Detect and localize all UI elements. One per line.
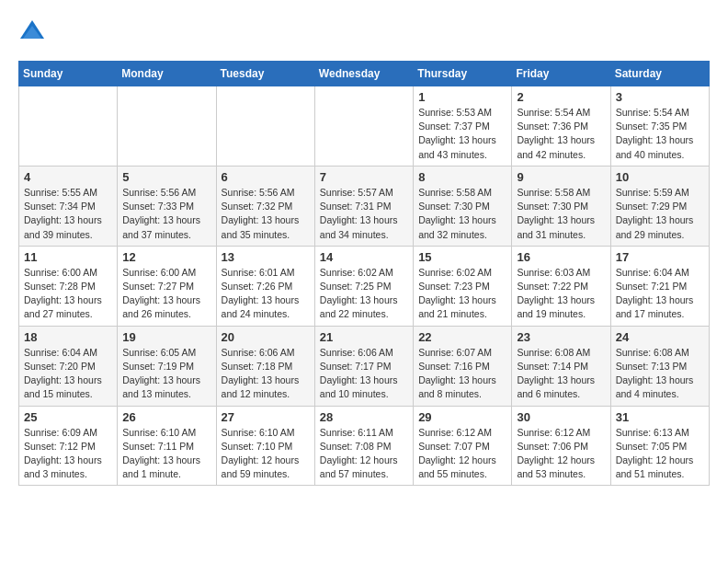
day-number: 31 (616, 410, 704, 424)
day-number: 7 (320, 170, 408, 184)
calendar-cell: 17Sunrise: 6:04 AMSunset: 7:21 PMDayligh… (610, 246, 709, 326)
day-detail: Sunrise: 6:02 AMSunset: 7:25 PMDaylight:… (320, 266, 408, 322)
day-number: 5 (122, 170, 210, 184)
day-number: 4 (24, 170, 112, 184)
day-detail: Sunrise: 6:04 AMSunset: 7:21 PMDaylight:… (616, 266, 704, 322)
day-detail: Sunrise: 6:03 AMSunset: 7:22 PMDaylight:… (517, 266, 605, 322)
day-number: 28 (320, 410, 408, 424)
day-detail: Sunrise: 5:57 AMSunset: 7:31 PMDaylight:… (320, 186, 408, 242)
weekday-header-saturday: Saturday (610, 62, 709, 86)
calendar-cell: 31Sunrise: 6:13 AMSunset: 7:05 PMDayligh… (610, 406, 709, 486)
day-detail: Sunrise: 5:54 AMSunset: 7:35 PMDaylight:… (616, 106, 704, 162)
calendar-cell: 18Sunrise: 6:04 AMSunset: 7:20 PMDayligh… (19, 326, 118, 406)
day-number: 6 (222, 170, 310, 184)
day-number: 9 (517, 170, 605, 184)
day-detail: Sunrise: 5:58 AMSunset: 7:30 PMDaylight:… (517, 186, 605, 242)
weekday-header-tuesday: Tuesday (216, 62, 314, 86)
calendar-cell: 23Sunrise: 6:08 AMSunset: 7:14 PMDayligh… (512, 326, 610, 406)
day-number: 1 (418, 90, 506, 104)
day-detail: Sunrise: 5:53 AMSunset: 7:37 PMDaylight:… (418, 106, 506, 162)
day-number: 19 (122, 330, 210, 344)
calendar-cell (216, 86, 314, 167)
day-detail: Sunrise: 5:58 AMSunset: 7:30 PMDaylight:… (418, 186, 506, 242)
day-detail: Sunrise: 6:06 AMSunset: 7:17 PMDaylight:… (320, 346, 408, 402)
day-number: 12 (122, 250, 210, 264)
day-number: 26 (122, 410, 210, 424)
calendar-cell: 16Sunrise: 6:03 AMSunset: 7:22 PMDayligh… (512, 246, 610, 326)
week-row-3: 18Sunrise: 6:04 AMSunset: 7:20 PMDayligh… (19, 326, 710, 406)
day-detail: Sunrise: 6:00 AMSunset: 7:28 PMDaylight:… (24, 266, 112, 322)
day-number: 20 (222, 330, 310, 344)
weekday-header-wednesday: Wednesday (314, 62, 413, 86)
day-number: 10 (616, 170, 704, 184)
weekday-header-sunday: Sunday (19, 62, 118, 86)
weekday-header-friday: Friday (512, 62, 610, 86)
calendar-cell: 21Sunrise: 6:06 AMSunset: 7:17 PMDayligh… (314, 326, 413, 406)
day-detail: Sunrise: 6:02 AMSunset: 7:23 PMDaylight:… (418, 266, 506, 322)
day-number: 13 (222, 250, 310, 264)
day-number: 11 (24, 250, 112, 264)
calendar-cell: 25Sunrise: 6:09 AMSunset: 7:12 PMDayligh… (19, 406, 118, 486)
day-number: 2 (517, 90, 605, 104)
calendar-table: SundayMondayTuesdayWednesdayThursdayFrid… (18, 61, 710, 486)
day-number: 3 (616, 90, 704, 104)
week-row-4: 25Sunrise: 6:09 AMSunset: 7:12 PMDayligh… (19, 406, 710, 486)
calendar-cell: 9Sunrise: 5:58 AMSunset: 7:30 PMDaylight… (512, 166, 610, 246)
calendar-cell (314, 86, 413, 167)
calendar-cell: 4Sunrise: 5:55 AMSunset: 7:34 PMDaylight… (19, 166, 118, 246)
calendar-cell: 11Sunrise: 6:00 AMSunset: 7:28 PMDayligh… (19, 246, 118, 326)
calendar-cell: 14Sunrise: 6:02 AMSunset: 7:25 PMDayligh… (314, 246, 413, 326)
day-detail: Sunrise: 6:09 AMSunset: 7:12 PMDaylight:… (24, 426, 112, 482)
calendar-cell: 2Sunrise: 5:54 AMSunset: 7:36 PMDaylight… (512, 86, 610, 167)
calendar-cell: 27Sunrise: 6:10 AMSunset: 7:10 PMDayligh… (216, 406, 314, 486)
day-detail: Sunrise: 6:04 AMSunset: 7:20 PMDaylight:… (24, 346, 112, 402)
calendar-cell: 28Sunrise: 6:11 AMSunset: 7:08 PMDayligh… (314, 406, 413, 486)
day-number: 22 (418, 330, 506, 344)
calendar-cell: 29Sunrise: 6:12 AMSunset: 7:07 PMDayligh… (414, 406, 512, 486)
day-number: 21 (320, 330, 408, 344)
day-detail: Sunrise: 5:59 AMSunset: 7:29 PMDaylight:… (616, 186, 704, 242)
calendar-cell: 26Sunrise: 6:10 AMSunset: 7:11 PMDayligh… (118, 406, 216, 486)
day-detail: Sunrise: 5:56 AMSunset: 7:32 PMDaylight:… (222, 186, 310, 242)
day-detail: Sunrise: 6:07 AMSunset: 7:16 PMDaylight:… (418, 346, 506, 402)
day-number: 23 (517, 330, 605, 344)
logo (18, 18, 50, 46)
calendar-cell: 15Sunrise: 6:02 AMSunset: 7:23 PMDayligh… (414, 246, 512, 326)
calendar-cell: 12Sunrise: 6:00 AMSunset: 7:27 PMDayligh… (118, 246, 216, 326)
calendar-cell: 3Sunrise: 5:54 AMSunset: 7:35 PMDaylight… (610, 86, 709, 167)
day-number: 25 (24, 410, 112, 424)
weekday-header-thursday: Thursday (414, 62, 512, 86)
calendar-cell (19, 86, 118, 167)
day-number: 15 (418, 250, 506, 264)
day-number: 16 (517, 250, 605, 264)
day-number: 14 (320, 250, 408, 264)
day-detail: Sunrise: 6:12 AMSunset: 7:07 PMDaylight:… (418, 426, 506, 482)
day-detail: Sunrise: 6:10 AMSunset: 7:10 PMDaylight:… (222, 426, 310, 482)
calendar-cell: 19Sunrise: 6:05 AMSunset: 7:19 PMDayligh… (118, 326, 216, 406)
week-row-0: 1Sunrise: 5:53 AMSunset: 7:37 PMDaylight… (19, 86, 710, 167)
day-number: 24 (616, 330, 704, 344)
weekday-header-row: SundayMondayTuesdayWednesdayThursdayFrid… (19, 62, 710, 86)
calendar-cell: 6Sunrise: 5:56 AMSunset: 7:32 PMDaylight… (216, 166, 314, 246)
day-detail: Sunrise: 5:54 AMSunset: 7:36 PMDaylight:… (517, 106, 605, 162)
day-detail: Sunrise: 5:55 AMSunset: 7:34 PMDaylight:… (24, 186, 112, 242)
day-detail: Sunrise: 6:01 AMSunset: 7:26 PMDaylight:… (222, 266, 310, 322)
day-detail: Sunrise: 6:00 AMSunset: 7:27 PMDaylight:… (122, 266, 210, 322)
calendar-cell: 8Sunrise: 5:58 AMSunset: 7:30 PMDaylight… (414, 166, 512, 246)
day-number: 29 (418, 410, 506, 424)
calendar-cell: 5Sunrise: 5:56 AMSunset: 7:33 PMDaylight… (118, 166, 216, 246)
day-detail: Sunrise: 6:12 AMSunset: 7:06 PMDaylight:… (517, 426, 605, 482)
calendar-cell: 1Sunrise: 5:53 AMSunset: 7:37 PMDaylight… (414, 86, 512, 167)
day-number: 18 (24, 330, 112, 344)
day-detail: Sunrise: 6:05 AMSunset: 7:19 PMDaylight:… (122, 346, 210, 402)
calendar-cell (118, 86, 216, 167)
calendar-cell: 22Sunrise: 6:07 AMSunset: 7:16 PMDayligh… (414, 326, 512, 406)
day-number: 27 (222, 410, 310, 424)
calendar-cell: 10Sunrise: 5:59 AMSunset: 7:29 PMDayligh… (610, 166, 709, 246)
calendar-cell: 7Sunrise: 5:57 AMSunset: 7:31 PMDaylight… (314, 166, 413, 246)
day-detail: Sunrise: 6:13 AMSunset: 7:05 PMDaylight:… (616, 426, 704, 482)
calendar-cell: 20Sunrise: 6:06 AMSunset: 7:18 PMDayligh… (216, 326, 314, 406)
day-detail: Sunrise: 5:56 AMSunset: 7:33 PMDaylight:… (122, 186, 210, 242)
week-row-1: 4Sunrise: 5:55 AMSunset: 7:34 PMDaylight… (19, 166, 710, 246)
day-detail: Sunrise: 6:10 AMSunset: 7:11 PMDaylight:… (122, 426, 210, 482)
